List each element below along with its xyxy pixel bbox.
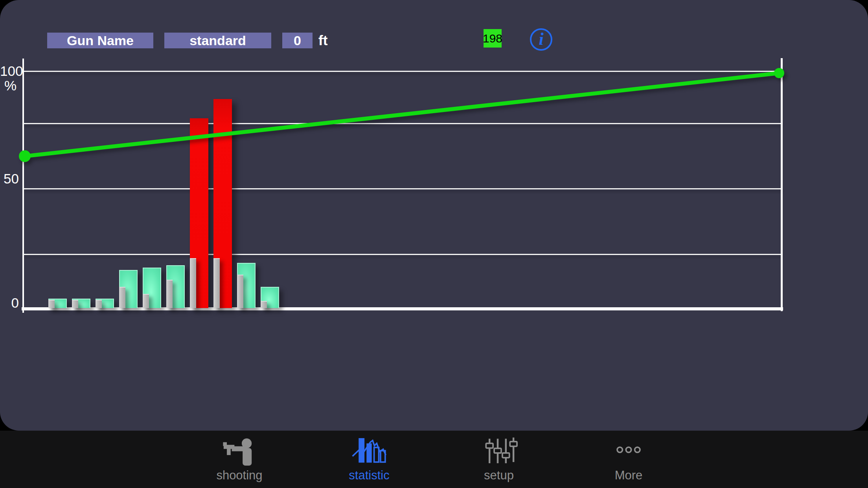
- tab-bar: shooting statistic setup More: [0, 431, 868, 488]
- tab-shooting[interactable]: shooting: [175, 431, 304, 488]
- y-tick-0: 0: [0, 296, 19, 310]
- trend-line: [23, 59, 782, 313]
- tab-label: shooting: [216, 468, 262, 482]
- distance-unit-label: ft: [318, 33, 327, 48]
- tab-more[interactable]: More: [564, 431, 693, 488]
- app-screen: Gun Name standard 0 ft 198 i 100 % 50 0 …: [0, 0, 868, 488]
- tab-setup[interactable]: setup: [434, 431, 564, 488]
- tab-statistic[interactable]: statistic: [304, 431, 434, 488]
- info-icon: i: [539, 29, 543, 49]
- mode-button[interactable]: standard: [164, 33, 271, 48]
- tab-label: setup: [484, 468, 514, 482]
- y-tick-100: 100: [0, 64, 19, 78]
- y-tick-50: 50: [0, 172, 19, 185]
- ellipsis-icon: [608, 435, 649, 467]
- tab-label: More: [615, 468, 643, 482]
- statistics-page: Gun Name standard 0 ft 198 i 100 % 50 0: [0, 0, 868, 431]
- bar-chart-icon: [349, 435, 390, 467]
- info-button[interactable]: i: [530, 28, 552, 51]
- distance-input[interactable]: 0: [282, 33, 313, 48]
- gun-icon: [219, 435, 260, 467]
- gun-name-button[interactable]: Gun Name: [47, 33, 153, 48]
- sliders-icon: [478, 435, 519, 467]
- y-axis-unit: %: [0, 79, 17, 92]
- tab-label: statistic: [349, 468, 389, 482]
- shot-counter-badge: 198: [484, 29, 502, 48]
